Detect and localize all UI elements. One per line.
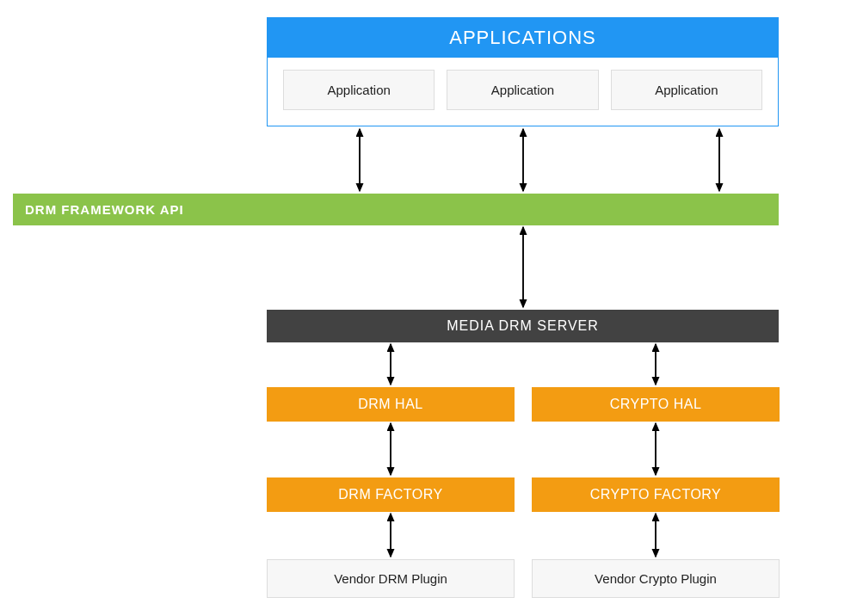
vendor-crypto-plugin-box: Vendor Crypto Plugin [532, 559, 780, 598]
drm-framework-api-bar: DRM FRAMEWORK API [13, 194, 779, 225]
applications-row: Application Application Application [268, 58, 778, 126]
applications-container: APPLICATIONS Application Application App… [267, 17, 779, 126]
crypto-hal-box: CRYPTO HAL [532, 387, 780, 422]
media-drm-server-bar: MEDIA DRM SERVER [267, 310, 779, 342]
drm-factory-box: DRM FACTORY [267, 477, 515, 512]
drm-hal-box: DRM HAL [267, 387, 515, 422]
application-box: Application [611, 70, 762, 110]
vendor-drm-plugin-box: Vendor DRM Plugin [267, 559, 515, 598]
crypto-factory-box: CRYPTO FACTORY [532, 477, 780, 512]
application-box: Application [447, 70, 598, 110]
application-box: Application [283, 70, 435, 110]
applications-header: APPLICATIONS [268, 18, 778, 58]
